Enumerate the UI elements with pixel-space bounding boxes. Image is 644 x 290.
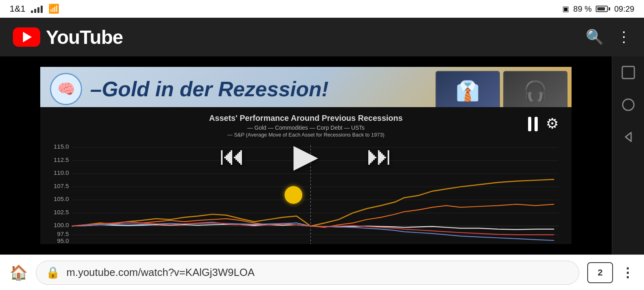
speaker-thumb-1: 👔 bbox=[436, 71, 500, 111]
tabs-button[interactable]: 2 bbox=[587, 262, 613, 283]
play-button[interactable]: ▶ bbox=[293, 137, 318, 174]
video-banner-icon: 🧠 bbox=[50, 73, 82, 105]
chart-legend-1: — Gold — Commodities — Corp Debt — USTs bbox=[48, 124, 564, 131]
svg-text:102.5: 102.5 bbox=[54, 209, 69, 215]
video-container[interactable]: 🧠 –Gold in der Rezession! 👔 🎧 Assets' Pe… bbox=[0, 56, 612, 255]
clock: 09:29 bbox=[614, 4, 634, 14]
main-content: 🧠 –Gold in der Rezession! 👔 🎧 Assets' Pe… bbox=[0, 56, 644, 255]
browser-bar: 🏠 🔒 m.youtube.com/watch?v=KAlGj3W9LOA 2 … bbox=[0, 255, 644, 290]
status-right: ▣ 89 % 09:29 bbox=[562, 4, 634, 14]
speaker-thumbnails: 👔 🎧 bbox=[436, 71, 568, 111]
back-icon[interactable] bbox=[619, 127, 638, 147]
svg-text:107.5: 107.5 bbox=[54, 183, 69, 189]
svg-text:105.0: 105.0 bbox=[54, 196, 69, 202]
prev-button[interactable]: ⏮ bbox=[219, 141, 245, 170]
video-title: –Gold in der Rezession! bbox=[90, 77, 328, 101]
settings-icon[interactable]: ⚙ bbox=[546, 115, 564, 133]
youtube-logo-text: YouTube bbox=[46, 26, 123, 48]
more-options-icon[interactable]: ⋮ bbox=[617, 29, 631, 46]
playback-controls: ⏮ ▶ ⏭ bbox=[219, 137, 392, 174]
side-panel bbox=[612, 56, 644, 255]
battery-icon bbox=[596, 6, 610, 12]
status-left: 1&1 📶 bbox=[10, 4, 59, 14]
youtube-logo[interactable]: YouTube bbox=[13, 26, 123, 48]
svg-text:115.0: 115.0 bbox=[54, 144, 69, 150]
square-icon[interactable] bbox=[619, 63, 638, 82]
carrier-label: 1&1 bbox=[10, 4, 25, 14]
status-bar: 1&1 📶 ▣ 89 % 09:29 bbox=[0, 0, 644, 18]
youtube-logo-icon bbox=[13, 27, 40, 47]
pause-button[interactable] bbox=[528, 117, 538, 131]
youtube-header: YouTube 🔍 ⋮ bbox=[0, 18, 644, 56]
signal-icon bbox=[31, 5, 43, 13]
chart-title: Assets' Performance Around Previous Rece… bbox=[48, 114, 564, 123]
svg-rect-18 bbox=[622, 66, 634, 79]
tabs-count: 2 bbox=[598, 267, 603, 278]
url-text: m.youtube.com/watch?v=KAlGj3W9LOA bbox=[66, 266, 569, 279]
browser-more-icon[interactable]: ⋮ bbox=[621, 265, 634, 280]
svg-text:100.0: 100.0 bbox=[54, 222, 69, 228]
header-actions: 🔍 ⋮ bbox=[586, 29, 631, 46]
chart-area: Assets' Performance Around Previous Rece… bbox=[40, 107, 572, 244]
svg-text:112.5: 112.5 bbox=[54, 157, 69, 163]
home-button[interactable]: 🏠 bbox=[10, 264, 28, 281]
svg-text:110.0: 110.0 bbox=[54, 170, 69, 176]
svg-marker-20 bbox=[625, 133, 631, 141]
video-frame: 🧠 –Gold in der Rezession! 👔 🎧 Assets' Pe… bbox=[40, 67, 572, 244]
battery-percent: 89 % bbox=[573, 4, 592, 14]
next-button[interactable]: ⏭ bbox=[367, 141, 392, 170]
search-icon[interactable]: 🔍 bbox=[586, 29, 604, 46]
wifi-icon: 📶 bbox=[48, 4, 59, 14]
video-overlay-controls: ⚙ bbox=[528, 115, 564, 133]
circle-icon[interactable] bbox=[619, 95, 638, 114]
svg-point-19 bbox=[623, 99, 634, 110]
screen-icon: ▣ bbox=[562, 4, 569, 13]
progress-indicator bbox=[285, 186, 302, 204]
speaker-thumb-2: 🎧 bbox=[503, 71, 568, 111]
lock-icon: 🔒 bbox=[46, 266, 60, 279]
svg-text:95.0: 95.0 bbox=[57, 238, 69, 244]
svg-text:97.5: 97.5 bbox=[57, 231, 69, 237]
url-bar[interactable]: 🔒 m.youtube.com/watch?v=KAlGj3W9LOA bbox=[36, 261, 579, 285]
